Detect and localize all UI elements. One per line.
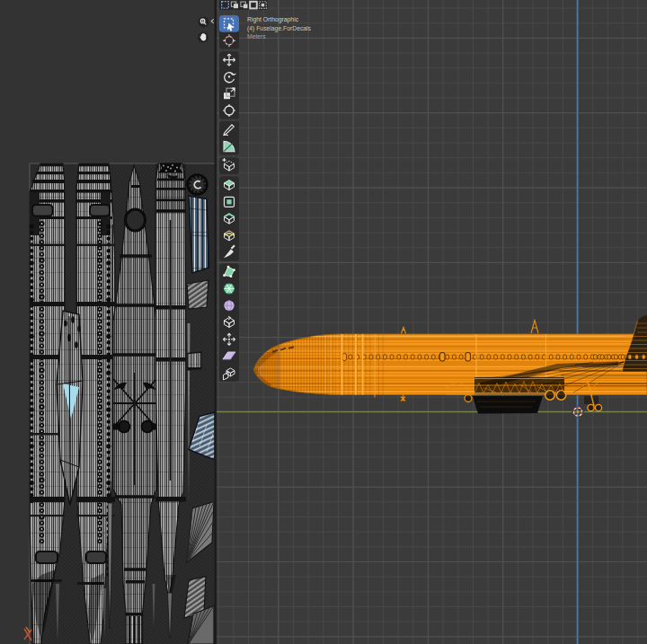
svg-text:Meters: Meters	[247, 33, 266, 40]
svg-text:(4) Fuselage.ForDecals: (4) Fuselage.ForDecals	[247, 25, 312, 32]
svg-text:Right Orthographic: Right Orthographic	[247, 16, 299, 23]
